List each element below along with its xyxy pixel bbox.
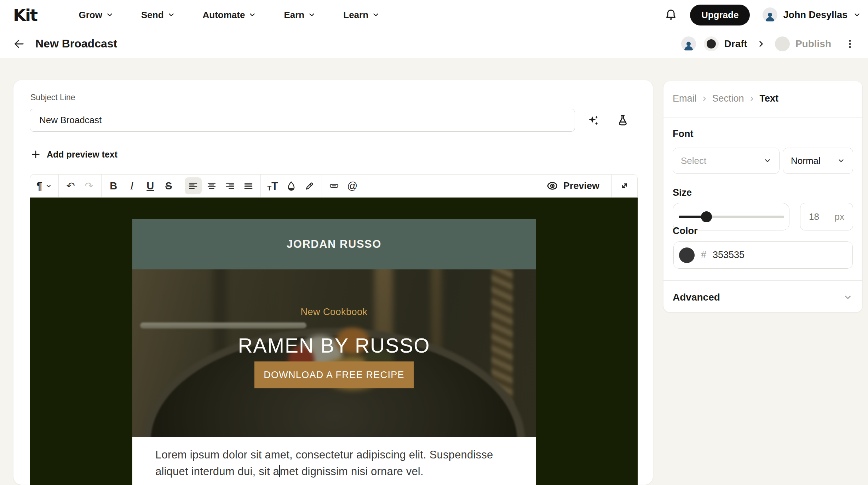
color-swatch[interactable] (679, 247, 695, 263)
chevron-down-icon (248, 11, 256, 19)
preview-button[interactable]: Preview (534, 175, 611, 197)
back-arrow-icon[interactable] (11, 35, 28, 52)
user-menu[interactable]: John Desyllas (763, 7, 861, 22)
chevron-down-icon (837, 157, 845, 165)
ai-sparkle-icon[interactable] (584, 111, 602, 130)
italic-icon[interactable]: I (123, 177, 140, 194)
slider-track[interactable] (679, 216, 784, 218)
subject-line-label: Subject Line (30, 93, 75, 102)
chevron-down-icon (372, 11, 380, 19)
text-color-droplet-icon[interactable] (283, 177, 300, 194)
align-center-icon[interactable] (203, 177, 220, 194)
email-column: JORDAN RUSSO (132, 198, 536, 485)
avatar (763, 7, 777, 22)
text-size-icon[interactable]: TT (264, 177, 281, 194)
text-color-input[interactable]: # 353535 (673, 241, 853, 269)
size-label: Size (673, 187, 692, 198)
bold-icon[interactable]: B (105, 177, 122, 194)
chevron-down-icon (106, 11, 114, 19)
download-recipe-button[interactable]: DOWNLOAD A FREE RECIPE (254, 361, 414, 388)
breadcrumb-text: Text (760, 93, 779, 104)
top-bar: Kit Grow Send Automate Earn (0, 0, 868, 58)
subject-line-input[interactable] (30, 109, 575, 132)
email-hero-image-block[interactable]: New Cookbook RAMEN BY RUSSO DOWNLOAD A F… (132, 269, 536, 437)
pilcrow-icon: ¶ (36, 180, 42, 192)
body-text-line: Lorem ipsum dolor sit amet, consectetur … (155, 446, 536, 463)
divider (663, 118, 862, 118)
breadcrumb-section[interactable]: Section (712, 93, 744, 104)
kebab-menu-icon[interactable] (842, 36, 858, 52)
status-stepper: Draft Publish (681, 36, 858, 52)
chevron-down-icon (167, 11, 175, 19)
publish-status-dot (775, 36, 790, 51)
page-title: New Broadcast (35, 37, 117, 50)
email-header-block[interactable]: JORDAN RUSSO (132, 219, 536, 269)
chevron-down-icon (853, 11, 861, 19)
chevron-down-icon (45, 183, 52, 189)
chevron-right-icon (701, 95, 708, 102)
breadcrumb-email[interactable]: Email (673, 93, 697, 104)
primary-nav: Grow Send Automate Earn Learn (79, 10, 380, 21)
nav-item-automate[interactable]: Automate (203, 10, 257, 21)
app-root: Kit Grow Send Automate Earn (0, 0, 868, 485)
primary-nav-row: Kit Grow Send Automate Earn (0, 0, 868, 30)
align-left-icon[interactable] (185, 177, 202, 194)
mention-at-icon[interactable]: @ (344, 177, 361, 194)
font-family-select[interactable]: Select (673, 148, 780, 174)
body-text-line: aliquet interdum dui, sit amet dignissim… (155, 463, 536, 480)
email-canvas: JORDAN RUSSO (30, 198, 638, 485)
chevron-down-icon (764, 157, 771, 165)
email-text-block[interactable]: Lorem ipsum dolor sit amet, consectetur … (132, 437, 536, 485)
redo-icon[interactable]: ↷ (81, 177, 98, 194)
notifications-bell-icon[interactable] (662, 6, 679, 23)
color-label: Color (673, 226, 698, 236)
advanced-toggle[interactable]: Advanced (663, 286, 862, 309)
font-label: Font (673, 129, 693, 139)
font-weight-select[interactable]: Normal (783, 148, 853, 174)
strikethrough-icon[interactable]: S (160, 177, 177, 194)
nav-item-grow[interactable]: Grow (79, 10, 114, 21)
chevron-down-icon (308, 11, 316, 19)
fullscreen-expand-icon[interactable] (612, 175, 637, 197)
publish-status-label[interactable]: Publish (795, 38, 831, 50)
ab-test-flask-icon[interactable] (614, 111, 632, 130)
draft-status-label[interactable]: Draft (724, 38, 747, 50)
chevron-down-icon (843, 293, 852, 302)
link-icon[interactable] (326, 177, 343, 194)
upgrade-button[interactable]: Upgrade (690, 5, 750, 25)
kit-logo[interactable]: Kit (13, 5, 37, 25)
undo-icon[interactable]: ↶ (62, 177, 79, 194)
chevron-right-icon (748, 95, 755, 102)
highlighter-icon[interactable] (301, 177, 318, 194)
collaborator-avatar (681, 36, 696, 51)
font-size-input[interactable]: 18 px (800, 203, 853, 230)
nav-right-group: Upgrade John Desyllas (662, 5, 861, 25)
formatting-toolbar: ¶ ↶ ↷ B I U S (30, 174, 638, 198)
eye-icon (546, 180, 558, 192)
divider (663, 280, 862, 281)
chevron-right-icon (757, 39, 766, 48)
brand-name: JORDAN RUSSO (287, 238, 381, 251)
nav-item-learn[interactable]: Learn (343, 10, 380, 21)
slider-knob[interactable] (701, 211, 712, 222)
underline-icon[interactable]: U (142, 177, 159, 194)
nav-item-earn[interactable]: Earn (284, 10, 316, 21)
main-content: Subject Line Add preview text (0, 80, 868, 485)
user-name: John Desyllas (783, 10, 847, 21)
broadcast-editor-card: Subject Line Add preview text (13, 80, 653, 485)
breadcrumb: Email Section Text (673, 93, 778, 104)
draft-status-dot (704, 36, 719, 51)
hero-eyebrow-text: New Cookbook (132, 307, 536, 318)
nav-item-send[interactable]: Send (141, 10, 175, 21)
plus-icon (30, 149, 41, 160)
add-preview-text-button[interactable]: Add preview text (30, 146, 117, 163)
align-justify-icon[interactable] (240, 177, 257, 194)
broadcast-title-row: New Broadcast Draft Publish (0, 30, 868, 58)
hero-headline-text: RAMEN BY RUSSO (132, 334, 536, 357)
paragraph-style-dropdown[interactable]: ¶ (30, 175, 58, 197)
align-right-icon[interactable] (222, 177, 238, 194)
text-inspector-panel: Email Section Text Font Select Normal Si… (663, 81, 863, 313)
